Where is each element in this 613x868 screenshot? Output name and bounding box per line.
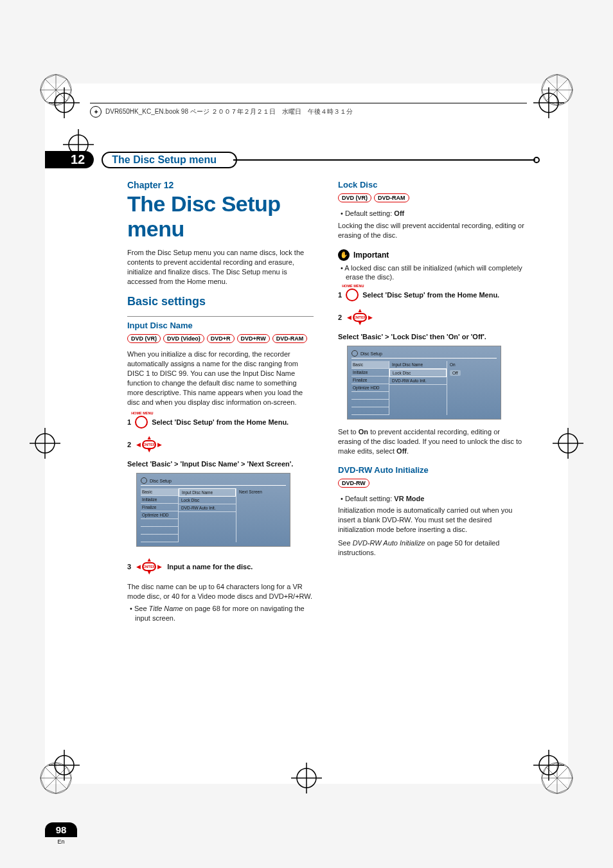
home-menu-label: HOME MENU (342, 284, 364, 288)
ui-title: Disc Setup (360, 351, 382, 356)
content-columns: Chapter 12 The Disc Setup menu From the … (127, 180, 526, 625)
badge: DVD-RAM (272, 334, 308, 343)
enter-button-icon: ▲ ◀ENTER▶ ▼ (135, 558, 163, 574)
left-column: Chapter 12 The Disc Setup menu From the … (127, 180, 314, 625)
chapter-header-bar: 12 The Disc Setup menu (45, 151, 540, 168)
ui-mid: Input Disc Name Lock Disc DVD-RW Auto In… (389, 361, 447, 415)
bullet-default-lock: Default setting: Off (346, 209, 524, 218)
intro-paragraph: From the Disc Setup menu you can name di… (127, 248, 314, 286)
badges-auto: DVD-RW (338, 479, 524, 488)
step-2-text: Select 'Basic' > 'Input Disc Name' > 'Ne… (127, 460, 293, 468)
heading-input-disc-name: Input Disc Name (127, 321, 314, 330)
step-number: 1 (127, 418, 131, 426)
para-lock: Locking the disc will prevent accidental… (338, 221, 524, 240)
disc-icon (141, 477, 147, 484)
print-mark-icon: ✦ (90, 106, 102, 118)
para-set-on-off: Set to On to prevent accidental recordin… (338, 427, 524, 456)
important-callout: ✋ Important (338, 249, 524, 261)
para-input-disc-name: When you initialize a disc for recording… (127, 350, 314, 407)
chapter-dot-icon (533, 157, 540, 163)
ui-right: On Off (447, 361, 497, 415)
bullet-default-auto: Default setting: VR Mode (346, 494, 524, 504)
radial-mark-icon (40, 762, 72, 794)
badge: DVD (VR) (127, 334, 161, 343)
chapter-title-pill: The Disc Setup menu (102, 152, 237, 168)
step-3-text: Input a name for the disc. (167, 563, 253, 571)
print-job-header: ✦ DVR650HK_KC_EN.book 98 ページ ２００７年２月２１日 … (90, 103, 527, 118)
step-number: 3 (127, 563, 131, 571)
ui-sidebar: Basic Initialize Finalize Optimize HDD (351, 361, 389, 415)
chapter-number-badge: 12 (45, 151, 94, 168)
step-2-right-text: Select 'Basic' > 'Lock Disc' then 'On' o… (338, 333, 486, 341)
page-lang: En (45, 837, 77, 845)
badge: DVD-RAM (374, 193, 409, 202)
ui-title: Disc Setup (150, 479, 172, 483)
badge: DVD (Video) (163, 334, 204, 343)
step-2: 2 ▲ ◀ENTER▶ ▼ Select 'Basic' > 'Input Di… (127, 432, 314, 468)
enter-button-icon: ▲ ◀ENTER▶ ▼ (346, 309, 374, 325)
step-1-right: 1 HOME MENU Select 'Disc Setup' from the… (338, 288, 524, 301)
para-auto: Initialization mode is automatically car… (338, 506, 524, 535)
chapter-big-title: The Disc Setup menu (127, 191, 314, 242)
home-menu-label: HOME MENU (131, 411, 153, 415)
ui-right: Next Screen (236, 488, 286, 542)
heading-auto-init: DVD-RW Auto Initialize (338, 465, 524, 475)
step-1-right-text: Select 'Disc Setup' from the Home Menu. (362, 291, 499, 299)
badge: DVD-RW (338, 479, 369, 488)
badges-input: DVD (VR) DVD (Video) DVD+R DVD+RW DVD-RA… (127, 334, 314, 343)
section-rule (127, 316, 314, 317)
step-2-right: 2 ▲ ◀ENTER▶ ▼ Select 'Basic' > 'Lock Dis… (338, 305, 524, 341)
disc-icon (351, 350, 358, 357)
warning-icon: ✋ (338, 249, 350, 261)
page-number-block: 98 En (45, 822, 77, 845)
radial-mark-icon (40, 74, 72, 106)
step-1-text: Select 'Disc Setup' from the Home Menu. (152, 418, 289, 426)
right-column: Lock Disc DVD (VR) DVD-RAM Default setti… (338, 180, 524, 625)
para-see-auto: See DVD-RW Auto Initialize on page 50 fo… (338, 538, 524, 558)
ui-screenshot-1: Disc Setup Basic Initialize Finalize Opt… (136, 473, 290, 547)
para-step3: The disc name can be up to 64 characters… (127, 582, 314, 601)
step-number: 2 (338, 314, 342, 321)
ui-screenshot-2: Disc Setup Basic Initialize Finalize Opt… (347, 346, 501, 420)
home-menu-button-icon: HOME MENU (135, 416, 148, 429)
badges-lock: DVD (VR) DVD-RAM (338, 193, 524, 202)
heading-lock-disc: Lock Disc (338, 180, 524, 190)
radial-mark-icon (541, 74, 573, 106)
enter-button-icon: ▲ ◀ENTER▶ ▼ (135, 436, 163, 452)
step-1: 1 HOME MENU Select 'Disc Setup' from the… (127, 416, 314, 429)
page-number: 98 (45, 822, 77, 837)
step-number: 1 (338, 291, 342, 299)
badge: DVD (VR) (338, 193, 371, 202)
important-label: Important (353, 251, 389, 260)
ui-mid: Input Disc Name Lock Disc DVD-RW Auto In… (178, 488, 236, 542)
section-basic-settings: Basic settings (127, 295, 314, 308)
badge: DVD+RW (237, 334, 270, 343)
radial-mark-icon (541, 762, 573, 794)
chapter-small-label: Chapter 12 (127, 180, 314, 190)
step-3: 3 ▲ ◀ENTER▶ ▼ Input a name for the disc. (127, 554, 314, 578)
step-number: 2 (127, 441, 131, 448)
bullet-important: A locked disc can still be initialized (… (346, 263, 524, 283)
print-job-text: DVR650HK_KC_EN.book 98 ページ ２００７年２月２１日 水曜… (105, 107, 353, 116)
bullet-see-title-name: See Title Name on page 68 for more on na… (135, 604, 314, 623)
ui-sidebar: Basic Initialize Finalize Optimize HDD (141, 488, 178, 542)
chapter-rule (233, 159, 535, 161)
badge: DVD+R (207, 334, 235, 343)
home-menu-button-icon: HOME MENU (346, 288, 359, 301)
